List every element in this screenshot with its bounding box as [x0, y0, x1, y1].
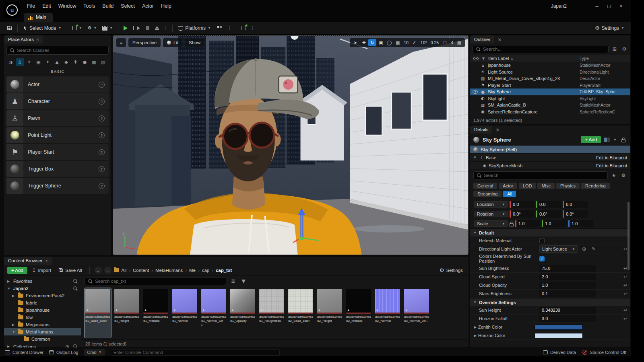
content-browser-tab[interactable]: Content Browser ×	[4, 257, 52, 265]
outliner-row[interactable]: ⌂ japanhouse StaticMeshActor	[470, 62, 630, 69]
asset-item[interactable]: ★ aiStandardSurface1_Normal_Dire...	[200, 288, 227, 338]
outliner-row[interactable]: ◐ SkyLight SkyLight	[470, 95, 630, 102]
category-geometry-icon[interactable]: ◆	[62, 58, 70, 66]
add-actor-button[interactable]: ▼	[70, 24, 85, 32]
help-question-icon[interactable]: ?	[99, 166, 105, 172]
category-shapes-icon[interactable]: ▣	[34, 58, 43, 66]
perspective-dropdown[interactable]: Perspective	[128, 38, 161, 47]
maximize-viewport-button[interactable]: ▦	[455, 39, 463, 46]
show-dropdown[interactable]: Show	[185, 38, 204, 47]
outliner-row[interactable]: ▦ SM_AsianCastle_B StaticMeshActor	[470, 102, 630, 109]
outliner-row[interactable]: ☀ Light Source DirectionalLight	[470, 69, 630, 76]
add-component-button[interactable]: + Add	[581, 136, 601, 143]
reset-to-default-icon[interactable]: ↩	[623, 274, 627, 280]
select-tool-button[interactable]: ➤	[351, 39, 359, 46]
cloud-opacity-field[interactable]: 1.0	[539, 282, 596, 289]
eyedropper-icon[interactable]: ✎	[590, 245, 597, 253]
category-cinematic-icon[interactable]: ✦	[43, 58, 52, 66]
outliner-search-input[interactable]	[483, 47, 605, 51]
view-options-icon[interactable]: ≣	[229, 278, 237, 285]
scale-tool-button[interactable]: ▣	[377, 39, 385, 46]
details-search-input[interactable]	[484, 173, 604, 178]
add-asset-button[interactable]: + Add	[7, 267, 27, 274]
asset-item[interactable]: ★ aiStandardSurface1_Metallic	[142, 288, 169, 338]
asset-item[interactable]: ★ aiStandardSurface2_Normal	[374, 288, 401, 338]
horizon-color-swatch[interactable]	[535, 333, 583, 338]
launcher-options-kebab[interactable]: ⋮	[249, 25, 257, 31]
section-default[interactable]: ▼ Default	[470, 228, 630, 237]
grid-snap-value[interactable]: 10	[402, 40, 410, 45]
scale-y-field[interactable]: 1.0	[542, 220, 567, 227]
forward-button[interactable]: →	[104, 267, 111, 274]
tree-item-low[interactable]: low	[4, 314, 81, 321]
scale-dropdown[interactable]: Scale▼	[474, 220, 508, 227]
help-question-icon[interactable]: ?	[99, 132, 105, 138]
menu-file[interactable]: File	[23, 3, 39, 9]
outliner-searchbox[interactable]	[473, 45, 609, 53]
place-actor-item-point-light[interactable]: Point Light ?	[6, 127, 109, 143]
save-all-button[interactable]: Save All	[56, 267, 85, 274]
asset-item[interactable]: ★ aiStandardSurface1_Base_color	[85, 288, 111, 338]
content-drawer-button[interactable]: Content Drawer	[5, 350, 43, 355]
reset-to-default-icon[interactable]: ↩	[623, 316, 627, 321]
sun-brightness-field[interactable]: 75.0	[539, 265, 596, 272]
breadcrumb-content[interactable]: Content	[133, 268, 149, 273]
tree-item-metahumans[interactable]: ▼ MetaHumans	[4, 328, 81, 335]
frame-skip-button[interactable]	[130, 25, 143, 32]
project-root-japan2[interactable]: ▼ Japan2	[4, 285, 81, 292]
search-icon[interactable]	[73, 286, 78, 291]
filter-lod[interactable]: LOD	[519, 183, 536, 189]
place-actors-tab[interactable]: Place Actors ×	[4, 35, 43, 43]
reset-to-default-icon[interactable]: ↩	[623, 266, 627, 271]
category-volumes-icon[interactable]: ✚	[71, 58, 80, 66]
reset-to-default-icon[interactable]: ↩	[623, 247, 627, 252]
unreal-logo[interactable]: u	[4, 2, 20, 18]
close-icon[interactable]: ×	[496, 36, 503, 43]
outliner-tab[interactable]: Outliner	[470, 35, 494, 43]
search-classes-input[interactable]	[17, 48, 105, 53]
reset-to-default-icon[interactable]: ↩	[623, 291, 627, 296]
chevron-right-icon[interactable]: ▶	[474, 334, 478, 337]
maximize-button[interactable]: □	[603, 3, 615, 9]
help-question-icon[interactable]: ?	[99, 149, 105, 155]
reset-to-default-icon[interactable]: ↩	[623, 283, 627, 288]
asset-item[interactable]: ★ aiStandardSurface1_Height	[114, 288, 140, 338]
import-button[interactable]: ↧Import	[30, 266, 54, 274]
grid-snap-toggle[interactable]: ▦	[394, 39, 402, 46]
edit-in-blueprint-link[interactable]: Edit in Blueprint	[596, 163, 627, 168]
close-button[interactable]: ×	[615, 3, 627, 9]
filter-rendering[interactable]: Rendering	[581, 183, 610, 189]
menu-actor[interactable]: Actor	[138, 3, 157, 9]
rotation-y-field[interactable]: 0.0°	[536, 210, 561, 218]
scale-x-field[interactable]: 1.0	[515, 220, 540, 227]
component-row-base[interactable]: ▼ ⊥ Base Edit in Blueprint	[470, 154, 630, 162]
asset-item[interactable]: ★ aiStandardSurface2_Normal_Dir...	[403, 288, 430, 338]
tree-item-fabric[interactable]: fabric	[4, 299, 81, 306]
rotation-snap-toggle[interactable]: ∠	[411, 39, 419, 46]
filter-streaming[interactable]: Streaming	[473, 191, 502, 197]
rotation-snap-value[interactable]: 10°	[419, 40, 429, 45]
favorites-star-icon[interactable]: ★	[610, 172, 617, 179]
sun-height-field[interactable]: 0.348239	[539, 307, 596, 314]
rotation-x-field[interactable]: 0.0°	[510, 210, 535, 218]
cb-settings-button[interactable]: ⚙ Settings	[437, 266, 465, 274]
add-collection-icon[interactable]: ⊕	[64, 343, 71, 348]
view-mode-dropdown[interactable]: Lit	[163, 38, 182, 47]
outliner-row-selected[interactable]: ● Sky Sphere Edit BP_Sky_Sphe	[470, 88, 630, 95]
rotation-z-field[interactable]: 0.0°	[563, 210, 588, 218]
pin-column-icon[interactable]: ▼	[481, 55, 486, 62]
filter-all[interactable]: All	[503, 191, 516, 197]
breadcrumb-metahumans[interactable]: MetaHumans	[155, 268, 183, 273]
help-question-icon[interactable]: ?	[99, 115, 105, 121]
horizon-falloff-field[interactable]: 3.0	[539, 315, 596, 322]
colors-determined-checkbox[interactable]: ✓	[539, 256, 545, 261]
tree-item-megascans[interactable]: ▶ Megascans	[4, 321, 81, 328]
save-button[interactable]	[4, 24, 15, 32]
cloud-speed-field[interactable]: 2.0	[539, 274, 596, 280]
scale-snap-value[interactable]: 0.25	[429, 40, 440, 45]
blueprints-button[interactable]: ⚙▼	[85, 24, 100, 32]
location-dropdown[interactable]: Location▼	[474, 201, 508, 208]
cmd-dropdown[interactable]: Cmd ▼	[84, 349, 105, 356]
close-icon[interactable]: ×	[45, 259, 48, 263]
details-searchbox[interactable]	[473, 171, 608, 179]
